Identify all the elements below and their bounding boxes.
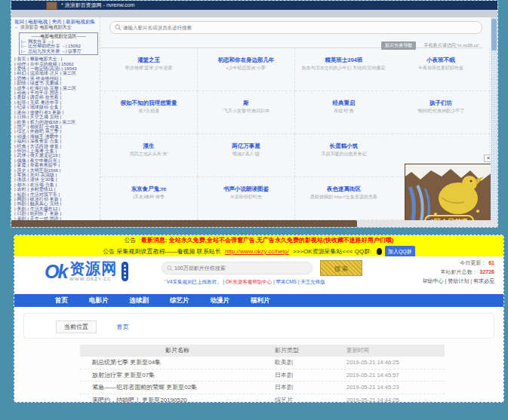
announcement-bar: 公告 最新消息: 全站永久免费,全站不会弹窗广告,无广告永久免费的影视站(快收藏…	[14, 235, 503, 256]
movie-card[interactable]: 漠生 用武之地从头再'来'	[100, 134, 198, 177]
stat-total-label: 本站影片总数：	[441, 269, 478, 274]
mobile-tip-text: 手机看片请访问:'m.nv26.cc'	[424, 43, 479, 48]
page-body: 当前位置 首页 影片名称 影片类型 更新时间 副总统第七季 更新至04集 欧美剧…	[14, 313, 503, 403]
movie-card[interactable]: 假如不知的我理想重量 第7次相遇	[100, 91, 198, 134]
movie-card-title[interactable]: 小夜班不眠	[393, 57, 489, 63]
movie-card[interactable]: 斯 '飞天小女警'经典回归中	[198, 91, 295, 134]
scrollbar-thumb[interactable]	[491, 19, 497, 51]
search-icon	[167, 265, 173, 271]
help-link[interactable]: http://www.okzy.cc/help/	[225, 248, 289, 255]
logo-text: 资源网	[69, 260, 117, 277]
movie-card-subtitle: '飞天小女警'经典回归中	[198, 109, 294, 114]
movie-card-title[interactable]: 长蛋糕小筑	[295, 143, 393, 149]
movie-card-title[interactable]: 孩子们坊	[393, 100, 489, 106]
movie-card-title[interactable]: 精英班士204班	[295, 57, 393, 63]
movie-card-subtitle: +少年暗恋那点'小事'	[198, 66, 294, 71]
notice1-text: 最新消息: 全站永久免费,全站不会弹窗广告,无广告永久免费的影视站(快收藏不迷路…	[141, 237, 394, 244]
notice2-text-b: >>>OK资源采集站<<< QQ群:	[293, 248, 371, 255]
forum-tree-header: ——电影电视剧交流区——	[21, 34, 96, 39]
movie-card-subtitle: 举步维艰'篮球'少年逆袭	[100, 66, 197, 71]
site-search-input[interactable]	[173, 265, 303, 271]
quick-links[interactable]: 帮助中心 | 赞助计划 | 有求必应	[423, 277, 494, 286]
browser-window: * 浪浪影音资源网 - nvrenw.com 返回 | 电影电视 | 关闭 | …	[11, 0, 498, 228]
movie-card[interactable]: 东京食尸鬼:re (又名)喰种·终季	[100, 177, 198, 220]
forum-tree-row[interactable]: |← 总站九段大奖赛 →| 议事厅	[21, 49, 96, 54]
nav-item[interactable]: 动漫片	[200, 294, 241, 307]
header-links-row[interactable]: 「V4采集规则已上线教程」 | OK资源客服帮助中心 | 苹果CMS | 天王先…	[162, 279, 325, 286]
qq-penguin-icon	[377, 248, 382, 255]
table-header: 影片名称 影片类型 更新时间	[80, 345, 445, 357]
join-qq-group-button[interactable]: 加入QQ群	[385, 246, 415, 256]
movie-card[interactable]: 精英班士204班 热血与泪水交织的少年们 大结局'完结撒花'	[295, 48, 393, 91]
movie-card-title[interactable]: 书声小说朗读图鉴	[198, 185, 294, 192]
movie-card[interactable]: 孩子们坊 '颤抖吧'经典神剧少不了	[393, 91, 490, 134]
movie-card[interactable]: 两亿万事屋 '银魂2'真人'版'	[198, 134, 295, 177]
movie-card[interactable]: 经典重启 再续'经'典	[295, 91, 393, 134]
site-search-button[interactable]: 搜 索	[320, 260, 362, 276]
sidebar-top-links[interactable]: 返回 | 电影电视 | 关闭 | 最新电视剧集	[14, 19, 100, 25]
browser-titlebar: * 浪浪影音资源网 - nvrenw.com	[11, 1, 497, 10]
movie-card-title[interactable]: 经典重启	[295, 100, 393, 106]
site-search-bar	[162, 262, 312, 274]
movie-card-title[interactable]: 两亿万事屋	[198, 143, 294, 149]
breadcrumb-home-link[interactable]: 首页	[116, 323, 128, 330]
table-row[interactable]: 来吧约，结婚吧！ 更新至20190520 综艺片 2019-05-21 14:4…	[80, 394, 445, 403]
movie-card[interactable]: 夜色迷离街区 悬疑烧脑剧·http://全集资源抢先看	[295, 177, 393, 220]
col-time: 更新时间	[346, 345, 445, 357]
search-input[interactable]	[122, 24, 454, 31]
movie-card-subtitle: '银魂2'真人'版'	[198, 152, 294, 157]
table-row[interactable]: 紧急——犯罪者面前的荣耀 更新至02集 日本剧 2019-05-21 14:45…	[80, 382, 445, 394]
movie-card-title[interactable]: 初恋和你在身边那几年	[198, 57, 294, 63]
movie-card[interactable]: 小夜班不眠 今夜加班也要好好吃饭	[393, 48, 490, 91]
sidebar-category-list: |·首页·| 最新电影大全 : ||·动作·| 肖申克的救赎 |·15062|·…	[14, 57, 100, 220]
table-row[interactable]: 放射治疗室 更新至07集 日本剧 2019-05-21 14:45:57	[80, 369, 445, 382]
game-ad-banner[interactable]: 1区今日首爆	[405, 164, 494, 220]
nav-item[interactable]: 综艺片	[159, 294, 200, 307]
movie-name-link[interactable]: 副总统第七季 更新至04集	[80, 357, 275, 369]
main-nav: 首页电影片连续剧综艺片动漫片福利片	[14, 294, 503, 307]
sidebar: 返回 | 电影电视 | 关闭 | 最新电视剧集 ← 浪浪影音·电影电视剧大全 —…	[11, 17, 100, 220]
breadcrumb: 当前位置 首页	[23, 313, 494, 339]
movie-card-title[interactable]: 漠生	[100, 143, 197, 149]
site-logo[interactable]: Ok 资源网 WWW.OKZY.CC	[45, 261, 128, 281]
nav-item[interactable]: 电影片	[79, 294, 119, 307]
nav-item[interactable]: 连续剧	[119, 294, 160, 307]
movie-name-link[interactable]: 放射治疗室 更新至07集	[80, 369, 275, 382]
page-content: 返回 | 电影电视 | 关闭 | 最新电视剧集 ← 浪浪影音·电影电视剧大全 —…	[11, 17, 497, 220]
movie-card-subtitle: '颤抖吧'经典神剧少不了	[393, 109, 489, 114]
movie-name-link[interactable]: 紧急——犯罪者面前的荣耀 更新至02集	[80, 382, 275, 394]
notice1-tag: 公告	[125, 237, 137, 244]
movie-card[interactable]: 初恋和你在身边那几年 +少年暗恋那点'小事'	[198, 48, 295, 91]
resource-site-window: 公告 最新消息: 全站永久免费,全站不会弹窗广告,无广告永久免费的影视站(快收藏…	[14, 235, 504, 403]
movie-card-title[interactable]: 灌篮之王	[100, 57, 197, 63]
movie-updated-time: 2019-05-21 14:44:25	[346, 394, 445, 403]
stat-today-value: 61	[488, 260, 494, 265]
update-table: 影片名称 影片类型 更新时间 副总统第七季 更新至04集 欧美剧 2019-05…	[80, 345, 445, 403]
movie-card-title[interactable]: 夜色迷离街区	[295, 185, 393, 192]
movie-card[interactable]: 长蛋糕小筑 又甜又暖的治愈美食记	[295, 134, 393, 177]
movie-card-title[interactable]: 假如不知的我理想重量	[100, 100, 197, 106]
header-link-b[interactable]: | 苹果CMS | 天王先锋版	[272, 279, 325, 284]
notice2-tag: 公告	[103, 248, 115, 255]
movie-card[interactable]: 书声小说朗读图鉴 午后聆听好时光	[198, 177, 295, 220]
movie-card[interactable]: 灌篮之王 举步维艰'篮球'少年逆袭	[100, 48, 198, 91]
movie-card-subtitle: 用武之地从头再'来'	[100, 152, 197, 157]
stat-total-value: 32726	[480, 269, 494, 274]
search-bar	[109, 21, 482, 34]
table-row[interactable]: 副总统第七季 更新至04集 欧美剧 2019-05-21 14:46:25	[80, 357, 445, 369]
movie-type: 欧美剧	[275, 357, 346, 369]
movie-name-link[interactable]: 来吧约，结婚吧！ 更新至20190520	[80, 394, 275, 403]
movie-card-title[interactable]: 斯	[198, 100, 294, 106]
nav-item[interactable]: 首页	[45, 294, 79, 307]
forum-tree-box: ——电影电视剧交流区—— |← 网友分享 →||← 比分帮助吧分享 →| 150…	[19, 32, 98, 55]
col-name: 影片名称	[80, 345, 275, 357]
header-link-red[interactable]: OK资源客服帮助中心	[226, 279, 272, 284]
movie-card-subtitle: 午后聆听好时光	[198, 195, 294, 200]
movie-card-subtitle: 又甜又暖的治愈美食记	[295, 152, 393, 157]
movie-card-title[interactable]: 东京食尸鬼:re	[100, 185, 197, 192]
vertical-scrollbar[interactable]	[491, 17, 497, 220]
browser-statusbar	[11, 220, 497, 227]
header-link-a[interactable]: 「V4采集规则已上线教程」 |	[162, 279, 226, 284]
movie-card-subtitle: 今夜加班也要好好吃饭	[393, 66, 489, 71]
nav-item[interactable]: 福利片	[240, 294, 281, 307]
